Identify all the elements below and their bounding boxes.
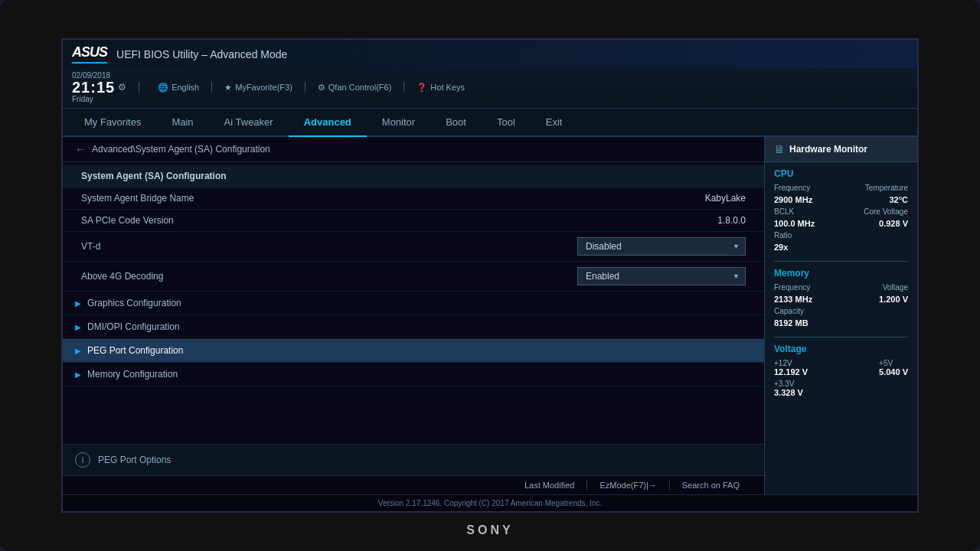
cpu-section-title: CPU (774, 168, 908, 179)
version-text: Version 2.17.1246. Copyright (C) 2017 Am… (378, 499, 602, 507)
qfan-label: Qfan Control(F6) (328, 83, 392, 92)
nav-my-favorites[interactable]: My Favorites (69, 109, 156, 135)
back-arrow[interactable]: ← (75, 143, 86, 155)
cpu-ratio-label: Ratio (774, 231, 792, 240)
cpu-corevolt-value: 0.928 V (879, 219, 908, 228)
mem-cap-val-row: 8192 MB (774, 318, 908, 328)
nav-main[interactable]: Main (156, 109, 208, 135)
v5-value: 5.040 V (879, 367, 908, 377)
voltage-section: Voltage +12V 12.192 V +5V 5.040 V (774, 344, 908, 397)
cpu-freq-value: 2900 MHz (774, 195, 812, 204)
mem-freq-label: Frequency (774, 283, 810, 292)
mem-volt-value: 1.200 V (879, 295, 908, 304)
dmi-label: DMI/OPI Configuration (87, 321, 180, 332)
cpu-ratio-value: 29x (774, 243, 788, 252)
pcie-version-value: 1.8.0.0 (717, 215, 746, 226)
v12-row: +12V 12.192 V +5V 5.040 V (774, 359, 908, 377)
search-faq-button[interactable]: Search on FAQ (670, 481, 752, 490)
graphics-expand-arrow: ▶ (75, 299, 81, 308)
cpu-freq-val-row: 2900 MHz 32°C (774, 195, 908, 204)
nav-boot[interactable]: Boot (430, 109, 482, 135)
language-tool[interactable]: 🌐 English (158, 83, 199, 93)
cpu-temp-label: Temperature (865, 184, 908, 192)
nav-menu: My Favorites Main Ai Tweaker Advanced Mo… (63, 109, 917, 137)
nav-advanced[interactable]: Advanced (289, 109, 367, 135)
bridge-name-row: System Agent Bridge Name KabyLake (63, 187, 764, 210)
header-info: 02/09/2018 21:15 ⚙ Friday 🌐 English ★ My… (63, 68, 917, 108)
sidebar-divider-1 (774, 261, 908, 262)
dmi-config-item[interactable]: ▶ DMI/OPI Configuration (63, 315, 764, 339)
breadcrumb: Advanced\System Agent (SA) Configuration (92, 144, 270, 155)
peg-label: PEG Port Configuration (87, 345, 183, 356)
time-display: 21:15 (72, 80, 115, 95)
sidebar-divider-2 (774, 337, 908, 337)
mem-cap-row: Capacity (774, 307, 908, 315)
gear-icon[interactable]: ⚙ (118, 82, 126, 93)
sidebar-content: CPU Frequency Temperature 2900 MHz 32°C … (765, 162, 917, 494)
globe-icon: 🌐 (158, 83, 168, 93)
above4g-row: Above 4G Decoding Disabled Enabled (63, 262, 764, 292)
divider-4 (403, 82, 404, 93)
monitor-icon: 🖥 (774, 143, 785, 155)
cpu-ratio-row: Ratio (774, 231, 908, 240)
dmi-expand-arrow: ▶ (75, 323, 81, 331)
pcie-version-label: SA PCIe Code Version (81, 215, 234, 226)
nav-tool[interactable]: Tool (482, 109, 531, 135)
peg-expand-arrow: ▶ (75, 347, 81, 355)
version-bar: Version 2.17.1246. Copyright (C) 2017 Am… (63, 494, 917, 511)
header-tools: 🌐 English ★ MyFavorite(F3) ⚙ Qfan Contro… (158, 82, 465, 93)
v33-value: 3.328 V (774, 388, 803, 397)
memory-expand-arrow: ▶ (75, 370, 81, 379)
sidebar-header: 🖥 Hardware Monitor (765, 137, 917, 162)
ez-mode-button[interactable]: EzMode(F7)|→ (587, 481, 669, 490)
info-bar: i PEG Port Options (63, 444, 764, 475)
nav-monitor[interactable]: Monitor (367, 109, 430, 135)
qfan-tool[interactable]: ⚙ Qfan Control(F6) (318, 83, 392, 93)
cpu-temp-value: 32°C (889, 195, 908, 204)
cpu-bclk-label: BCLK (774, 207, 794, 216)
config-list: System Agent (SA) Configuration System A… (63, 162, 764, 444)
divider-3 (305, 82, 305, 93)
cpu-freq-row: Frequency Temperature (774, 184, 908, 192)
hardware-monitor-title: Hardware Monitor (789, 144, 867, 155)
v12-value: 12.192 V (774, 367, 808, 377)
hotkeys-tool[interactable]: ❓ Hot Keys (416, 83, 465, 93)
vtd-row: VT-d Disabled Enabled (63, 232, 764, 262)
last-modified-button[interactable]: Last Modified (512, 481, 587, 490)
peg-config-item[interactable]: ▶ PEG Port Configuration (63, 339, 764, 363)
cpu-section: CPU Frequency Temperature 2900 MHz 32°C … (774, 168, 908, 252)
memory-section: Memory Frequency Voltage 2133 MHz 1.200 … (774, 268, 908, 328)
above4g-dropdown[interactable]: Disabled Enabled (577, 267, 746, 285)
breadcrumb-row: ← Advanced\System Agent (SA) Configurati… (63, 137, 764, 162)
asus-logo: ASUS (72, 44, 107, 64)
cpu-bclk-value: 100.0 MHz (774, 219, 815, 228)
language-label: English (172, 83, 199, 92)
myfavorite-tool[interactable]: ★ MyFavorite(F3) (224, 83, 292, 93)
nav-ai-tweaker[interactable]: Ai Tweaker (209, 109, 289, 135)
graphics-label: Graphics Configuration (87, 298, 181, 308)
content-area: ← Advanced\System Agent (SA) Configurati… (63, 137, 917, 494)
memory-label: Memory Configuration (87, 369, 178, 380)
pcie-version-row: SA PCIe Code Version 1.8.0.0 (63, 210, 764, 232)
nav-exit[interactable]: Exit (531, 109, 578, 135)
v5-label: +5V (879, 359, 908, 367)
vtd-label: VT-d (81, 241, 234, 252)
info-icon: i (75, 452, 90, 468)
vtd-dropdown[interactable]: Disabled Enabled (577, 237, 746, 256)
above4g-dropdown-wrapper: Disabled Enabled (577, 267, 746, 285)
memory-config-item[interactable]: ▶ Memory Configuration (63, 363, 764, 386)
datetime: 02/09/2018 21:15 ⚙ Friday (72, 71, 126, 103)
v33-row: +3.3V 3.328 V (774, 380, 908, 397)
bridge-name-value: KabyLake (705, 193, 746, 204)
mem-freq-val-row: 2133 MHz 1.200 V (774, 295, 908, 304)
divider-2 (211, 82, 212, 93)
graphics-config-item[interactable]: ▶ Graphics Configuration (63, 292, 764, 315)
mem-freq-value: 2133 MHz (774, 295, 812, 304)
divider-1 (139, 82, 139, 93)
mem-cap-label: Capacity (774, 307, 804, 315)
sony-brand: SONY (466, 523, 513, 537)
vtd-dropdown-wrapper: Disabled Enabled (577, 237, 746, 256)
question-icon: ❓ (416, 83, 427, 93)
bios-container: ASUS UEFI BIOS Utility – Advanced Mode 0… (61, 38, 919, 513)
header-top: ASUS UEFI BIOS Utility – Advanced Mode (63, 40, 917, 68)
